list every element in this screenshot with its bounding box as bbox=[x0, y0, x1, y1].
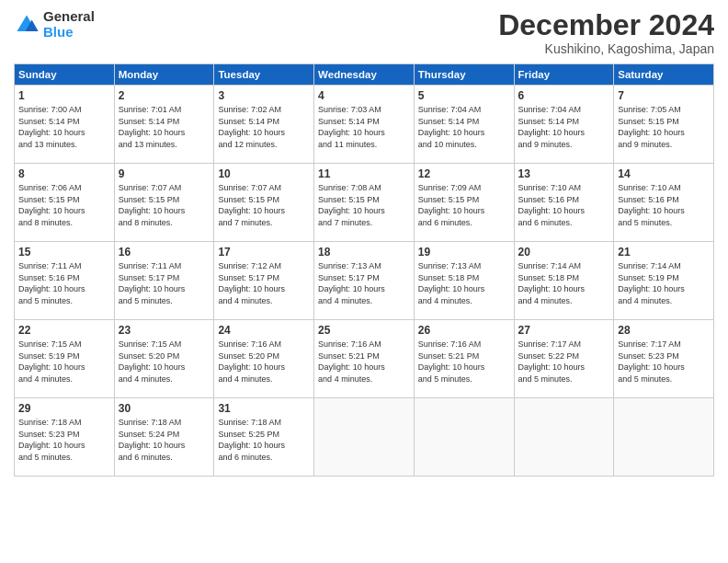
calendar-cell: 12Sunrise: 7:09 AM Sunset: 5:15 PM Dayli… bbox=[414, 164, 514, 242]
day-number: 25 bbox=[318, 324, 410, 337]
day-number: 8 bbox=[18, 167, 110, 180]
day-number: 29 bbox=[18, 402, 110, 415]
title-area: December 2024 Kushikino, Kagoshima, Japa… bbox=[498, 9, 714, 56]
calendar-cell: 25Sunrise: 7:16 AM Sunset: 5:21 PM Dayli… bbox=[314, 320, 415, 398]
day-info: Sunrise: 7:13 AM Sunset: 5:17 PM Dayligh… bbox=[318, 260, 410, 306]
calendar-cell bbox=[414, 398, 514, 477]
day-number: 22 bbox=[18, 324, 110, 337]
day-number: 2 bbox=[119, 89, 210, 102]
day-number: 23 bbox=[119, 324, 210, 337]
day-number: 9 bbox=[119, 167, 210, 180]
calendar-cell: 10Sunrise: 7:07 AM Sunset: 5:15 PM Dayli… bbox=[214, 164, 314, 242]
day-number: 13 bbox=[518, 167, 610, 180]
day-info: Sunrise: 7:14 AM Sunset: 5:19 PM Dayligh… bbox=[618, 260, 710, 306]
calendar-table: Sunday Monday Tuesday Wednesday Thursday… bbox=[14, 63, 714, 477]
day-number: 12 bbox=[418, 167, 510, 180]
day-number: 11 bbox=[318, 167, 410, 180]
calendar-cell bbox=[614, 398, 714, 477]
day-number: 6 bbox=[518, 89, 610, 102]
calendar-cell: 2Sunrise: 7:01 AM Sunset: 5:14 PM Daylig… bbox=[114, 86, 214, 164]
calendar-cell bbox=[314, 398, 415, 477]
day-info: Sunrise: 7:16 AM Sunset: 5:21 PM Dayligh… bbox=[418, 339, 510, 385]
day-info: Sunrise: 7:14 AM Sunset: 5:18 PM Dayligh… bbox=[518, 260, 610, 306]
calendar-cell: 22Sunrise: 7:15 AM Sunset: 5:19 PM Dayli… bbox=[15, 320, 115, 398]
day-number: 14 bbox=[618, 167, 710, 180]
weekday-header-row: Sunday Monday Tuesday Wednesday Thursday… bbox=[15, 64, 714, 86]
day-info: Sunrise: 7:09 AM Sunset: 5:15 PM Dayligh… bbox=[418, 182, 510, 228]
day-info: Sunrise: 7:10 AM Sunset: 5:16 PM Dayligh… bbox=[618, 182, 710, 228]
day-info: Sunrise: 7:08 AM Sunset: 5:15 PM Dayligh… bbox=[318, 182, 410, 228]
calendar-cell: 9Sunrise: 7:07 AM Sunset: 5:15 PM Daylig… bbox=[114, 164, 214, 242]
calendar-cell: 31Sunrise: 7:18 AM Sunset: 5:25 PM Dayli… bbox=[214, 398, 314, 477]
day-info: Sunrise: 7:04 AM Sunset: 5:14 PM Dayligh… bbox=[418, 104, 510, 150]
day-info: Sunrise: 7:11 AM Sunset: 5:17 PM Dayligh… bbox=[119, 260, 210, 306]
calendar-cell: 14Sunrise: 7:10 AM Sunset: 5:16 PM Dayli… bbox=[614, 164, 714, 242]
calendar-week-2: 15Sunrise: 7:11 AM Sunset: 5:16 PM Dayli… bbox=[15, 242, 714, 320]
day-info: Sunrise: 7:11 AM Sunset: 5:16 PM Dayligh… bbox=[18, 260, 110, 306]
logo-general-text: General bbox=[43, 9, 95, 25]
header-thursday: Thursday bbox=[414, 64, 514, 86]
day-info: Sunrise: 7:02 AM Sunset: 5:14 PM Dayligh… bbox=[218, 104, 310, 150]
logo-blue-text: Blue bbox=[43, 25, 95, 40]
day-number: 18 bbox=[318, 246, 410, 259]
day-info: Sunrise: 7:18 AM Sunset: 5:24 PM Dayligh… bbox=[119, 417, 210, 463]
day-number: 26 bbox=[418, 324, 510, 337]
header-tuesday: Tuesday bbox=[214, 64, 314, 86]
calendar-cell: 13Sunrise: 7:10 AM Sunset: 5:16 PM Dayli… bbox=[514, 164, 614, 242]
calendar-cell: 4Sunrise: 7:03 AM Sunset: 5:14 PM Daylig… bbox=[314, 86, 415, 164]
day-info: Sunrise: 7:18 AM Sunset: 5:25 PM Dayligh… bbox=[218, 417, 310, 463]
day-info: Sunrise: 7:13 AM Sunset: 5:18 PM Dayligh… bbox=[418, 260, 510, 306]
calendar-week-3: 22Sunrise: 7:15 AM Sunset: 5:19 PM Dayli… bbox=[15, 320, 714, 398]
day-info: Sunrise: 7:17 AM Sunset: 5:22 PM Dayligh… bbox=[518, 339, 610, 385]
calendar-cell: 15Sunrise: 7:11 AM Sunset: 5:16 PM Dayli… bbox=[15, 242, 115, 320]
calendar-cell: 23Sunrise: 7:15 AM Sunset: 5:20 PM Dayli… bbox=[114, 320, 214, 398]
day-number: 31 bbox=[218, 402, 310, 415]
day-number: 15 bbox=[18, 246, 110, 259]
header: General Blue December 2024 Kushikino, Ka… bbox=[14, 9, 714, 56]
day-number: 10 bbox=[218, 167, 310, 180]
day-number: 19 bbox=[418, 246, 510, 259]
day-number: 20 bbox=[518, 246, 610, 259]
day-number: 16 bbox=[119, 246, 210, 259]
header-sunday: Sunday bbox=[15, 64, 115, 86]
day-info: Sunrise: 7:04 AM Sunset: 5:14 PM Dayligh… bbox=[518, 104, 610, 150]
day-info: Sunrise: 7:18 AM Sunset: 5:23 PM Dayligh… bbox=[18, 417, 110, 463]
day-number: 5 bbox=[418, 89, 510, 102]
page-container: General Blue December 2024 Kushikino, Ka… bbox=[0, 0, 728, 486]
calendar-cell: 1Sunrise: 7:00 AM Sunset: 5:14 PM Daylig… bbox=[15, 86, 115, 164]
calendar-cell: 11Sunrise: 7:08 AM Sunset: 5:15 PM Dayli… bbox=[314, 164, 415, 242]
header-wednesday: Wednesday bbox=[314, 64, 415, 86]
day-number: 28 bbox=[618, 324, 710, 337]
logo-text: General Blue bbox=[43, 9, 95, 40]
day-number: 30 bbox=[119, 402, 210, 415]
logo: General Blue bbox=[14, 9, 95, 40]
day-info: Sunrise: 7:07 AM Sunset: 5:15 PM Dayligh… bbox=[119, 182, 210, 228]
day-info: Sunrise: 7:17 AM Sunset: 5:23 PM Dayligh… bbox=[618, 339, 710, 385]
calendar-cell: 6Sunrise: 7:04 AM Sunset: 5:14 PM Daylig… bbox=[514, 86, 614, 164]
day-number: 21 bbox=[618, 246, 710, 259]
day-number: 4 bbox=[318, 89, 410, 102]
calendar-week-1: 8Sunrise: 7:06 AM Sunset: 5:15 PM Daylig… bbox=[15, 164, 714, 242]
month-title: December 2024 bbox=[498, 9, 714, 41]
calendar-cell: 8Sunrise: 7:06 AM Sunset: 5:15 PM Daylig… bbox=[15, 164, 115, 242]
calendar-week-0: 1Sunrise: 7:00 AM Sunset: 5:14 PM Daylig… bbox=[15, 86, 714, 164]
day-number: 1 bbox=[18, 89, 110, 102]
calendar-cell: 29Sunrise: 7:18 AM Sunset: 5:23 PM Dayli… bbox=[15, 398, 115, 477]
calendar-cell: 7Sunrise: 7:05 AM Sunset: 5:15 PM Daylig… bbox=[614, 86, 714, 164]
day-info: Sunrise: 7:05 AM Sunset: 5:15 PM Dayligh… bbox=[618, 104, 710, 150]
day-info: Sunrise: 7:16 AM Sunset: 5:21 PM Dayligh… bbox=[318, 339, 410, 385]
day-info: Sunrise: 7:12 AM Sunset: 5:17 PM Dayligh… bbox=[218, 260, 310, 306]
day-number: 17 bbox=[218, 246, 310, 259]
calendar-cell: 27Sunrise: 7:17 AM Sunset: 5:22 PM Dayli… bbox=[514, 320, 614, 398]
calendar-cell: 26Sunrise: 7:16 AM Sunset: 5:21 PM Dayli… bbox=[414, 320, 514, 398]
day-info: Sunrise: 7:15 AM Sunset: 5:20 PM Dayligh… bbox=[119, 339, 210, 385]
calendar-cell bbox=[514, 398, 614, 477]
day-info: Sunrise: 7:10 AM Sunset: 5:16 PM Dayligh… bbox=[518, 182, 610, 228]
logo-icon bbox=[14, 12, 40, 38]
day-number: 24 bbox=[218, 324, 310, 337]
calendar-cell: 30Sunrise: 7:18 AM Sunset: 5:24 PM Dayli… bbox=[114, 398, 214, 477]
day-number: 7 bbox=[618, 89, 710, 102]
calendar-cell: 18Sunrise: 7:13 AM Sunset: 5:17 PM Dayli… bbox=[314, 242, 415, 320]
calendar-cell: 16Sunrise: 7:11 AM Sunset: 5:17 PM Dayli… bbox=[114, 242, 214, 320]
calendar-cell: 21Sunrise: 7:14 AM Sunset: 5:19 PM Dayli… bbox=[614, 242, 714, 320]
